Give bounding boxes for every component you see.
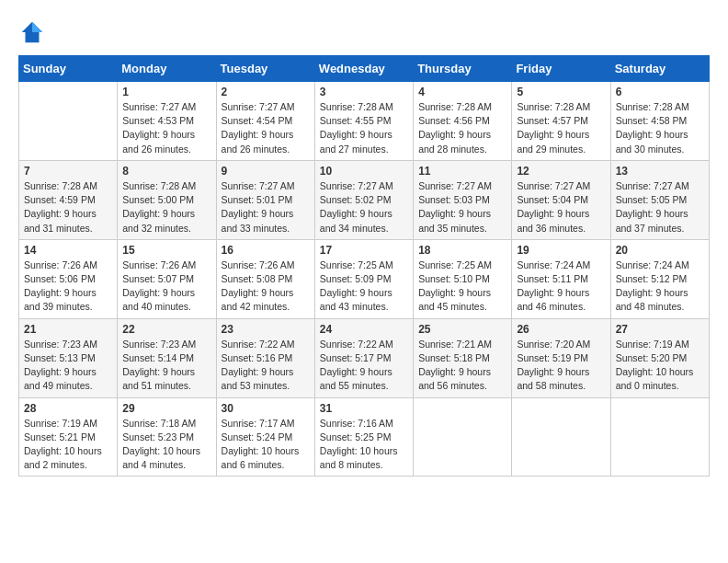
day-info: Sunrise: 7:27 AM Sunset: 4:54 PM Dayligh… — [222, 100, 310, 156]
calendar-cell — [414, 397, 512, 477]
day-number: 14 — [24, 244, 112, 257]
day-info: Sunrise: 7:16 AM Sunset: 5:25 PM Dayligh… — [320, 417, 408, 473]
calendar-cell: 7Sunrise: 7:28 AM Sunset: 4:59 PM Daylig… — [19, 160, 118, 239]
day-info: Sunrise: 7:26 AM Sunset: 5:07 PM Dayligh… — [122, 259, 210, 315]
week-row-3: 14Sunrise: 7:26 AM Sunset: 5:06 PM Dayli… — [19, 239, 710, 318]
logo-icon — [18, 18, 46, 46]
calendar-cell: 15Sunrise: 7:26 AM Sunset: 5:07 PM Dayli… — [118, 239, 216, 318]
day-number: 11 — [418, 165, 506, 178]
week-row-2: 7Sunrise: 7:28 AM Sunset: 4:59 PM Daylig… — [19, 160, 710, 239]
calendar-cell: 14Sunrise: 7:26 AM Sunset: 5:06 PM Dayli… — [19, 239, 118, 318]
day-number: 26 — [517, 323, 605, 336]
day-number: 5 — [517, 86, 605, 98]
day-info: Sunrise: 7:21 AM Sunset: 5:18 PM Dayligh… — [418, 338, 506, 394]
day-number: 31 — [320, 402, 408, 415]
calendar-cell: 31Sunrise: 7:16 AM Sunset: 5:25 PM Dayli… — [314, 397, 413, 477]
day-info: Sunrise: 7:19 AM Sunset: 5:21 PM Dayligh… — [24, 417, 112, 473]
calendar-cell: 11Sunrise: 7:27 AM Sunset: 5:03 PM Dayli… — [414, 160, 512, 239]
weekday-header-monday: Monday — [118, 56, 216, 82]
calendar-cell: 20Sunrise: 7:24 AM Sunset: 5:12 PM Dayli… — [610, 239, 709, 318]
calendar-cell: 29Sunrise: 7:18 AM Sunset: 5:23 PM Dayli… — [118, 397, 216, 477]
day-number: 22 — [122, 323, 210, 336]
logo — [18, 18, 48, 46]
calendar-cell — [19, 82, 118, 161]
day-info: Sunrise: 7:27 AM Sunset: 5:03 PM Dayligh… — [418, 179, 506, 236]
weekday-header-sunday: Sunday — [19, 56, 118, 82]
day-info: Sunrise: 7:27 AM Sunset: 4:53 PM Dayligh… — [122, 100, 210, 156]
day-info: Sunrise: 7:27 AM Sunset: 5:02 PM Dayligh… — [320, 179, 408, 236]
day-number: 29 — [122, 402, 210, 415]
day-info: Sunrise: 7:18 AM Sunset: 5:23 PM Dayligh… — [122, 417, 210, 473]
day-info: Sunrise: 7:19 AM Sunset: 5:20 PM Dayligh… — [616, 338, 704, 394]
calendar-cell — [610, 397, 709, 477]
day-number: 6 — [616, 86, 704, 98]
day-number: 9 — [222, 165, 310, 178]
day-info: Sunrise: 7:23 AM Sunset: 5:13 PM Dayligh… — [24, 338, 112, 394]
weekday-header-tuesday: Tuesday — [216, 56, 314, 82]
day-info: Sunrise: 7:20 AM Sunset: 5:19 PM Dayligh… — [517, 338, 605, 394]
day-info: Sunrise: 7:27 AM Sunset: 5:05 PM Dayligh… — [616, 179, 704, 236]
week-row-1: 1Sunrise: 7:27 AM Sunset: 4:53 PM Daylig… — [19, 82, 710, 161]
day-info: Sunrise: 7:24 AM Sunset: 5:12 PM Dayligh… — [616, 259, 704, 315]
calendar-cell: 25Sunrise: 7:21 AM Sunset: 5:18 PM Dayli… — [414, 318, 512, 397]
week-row-4: 21Sunrise: 7:23 AM Sunset: 5:13 PM Dayli… — [19, 318, 710, 397]
calendar-cell: 13Sunrise: 7:27 AM Sunset: 5:05 PM Dayli… — [610, 160, 709, 239]
weekday-header-thursday: Thursday — [414, 56, 512, 82]
day-number: 21 — [24, 323, 112, 336]
day-number: 10 — [320, 165, 408, 178]
day-info: Sunrise: 7:26 AM Sunset: 5:06 PM Dayligh… — [24, 259, 112, 315]
calendar-cell: 23Sunrise: 7:22 AM Sunset: 5:16 PM Dayli… — [216, 318, 314, 397]
day-info: Sunrise: 7:28 AM Sunset: 4:57 PM Dayligh… — [517, 100, 605, 156]
weekday-header-wednesday: Wednesday — [314, 56, 413, 82]
day-info: Sunrise: 7:27 AM Sunset: 5:04 PM Dayligh… — [517, 179, 605, 236]
calendar-cell: 22Sunrise: 7:23 AM Sunset: 5:14 PM Dayli… — [118, 318, 216, 397]
day-number: 4 — [418, 86, 506, 98]
day-info: Sunrise: 7:25 AM Sunset: 5:10 PM Dayligh… — [418, 259, 506, 315]
calendar-cell: 12Sunrise: 7:27 AM Sunset: 5:04 PM Dayli… — [512, 160, 610, 239]
day-number: 16 — [222, 244, 310, 257]
day-info: Sunrise: 7:27 AM Sunset: 5:01 PM Dayligh… — [222, 179, 310, 236]
svg-marker-1 — [32, 22, 42, 32]
calendar-cell: 6Sunrise: 7:28 AM Sunset: 4:58 PM Daylig… — [610, 82, 709, 161]
calendar-body: 1Sunrise: 7:27 AM Sunset: 4:53 PM Daylig… — [19, 82, 710, 477]
week-row-5: 28Sunrise: 7:19 AM Sunset: 5:21 PM Dayli… — [19, 397, 710, 477]
day-info: Sunrise: 7:28 AM Sunset: 4:56 PM Dayligh… — [418, 100, 506, 156]
calendar-cell: 10Sunrise: 7:27 AM Sunset: 5:02 PM Dayli… — [314, 160, 413, 239]
day-number: 3 — [320, 86, 408, 98]
calendar-cell: 16Sunrise: 7:26 AM Sunset: 5:08 PM Dayli… — [216, 239, 314, 318]
day-number: 8 — [122, 165, 210, 178]
day-number: 27 — [616, 323, 704, 336]
day-number: 28 — [24, 402, 112, 415]
day-info: Sunrise: 7:22 AM Sunset: 5:16 PM Dayligh… — [222, 338, 310, 394]
calendar-cell: 17Sunrise: 7:25 AM Sunset: 5:09 PM Dayli… — [314, 239, 413, 318]
day-number: 2 — [222, 86, 310, 98]
day-number: 23 — [222, 323, 310, 336]
day-info: Sunrise: 7:24 AM Sunset: 5:11 PM Dayligh… — [517, 259, 605, 315]
day-info: Sunrise: 7:28 AM Sunset: 4:55 PM Dayligh… — [320, 100, 408, 156]
day-info: Sunrise: 7:26 AM Sunset: 5:08 PM Dayligh… — [222, 259, 310, 315]
day-info: Sunrise: 7:28 AM Sunset: 4:58 PM Dayligh… — [616, 100, 704, 156]
calendar-cell: 27Sunrise: 7:19 AM Sunset: 5:20 PM Dayli… — [610, 318, 709, 397]
day-number: 19 — [517, 244, 605, 257]
weekday-header-friday: Friday — [512, 56, 610, 82]
calendar-cell: 8Sunrise: 7:28 AM Sunset: 5:00 PM Daylig… — [118, 160, 216, 239]
day-number: 7 — [24, 165, 112, 178]
day-number: 18 — [418, 244, 506, 257]
calendar-cell: 3Sunrise: 7:28 AM Sunset: 4:55 PM Daylig… — [314, 82, 413, 161]
calendar-cell: 24Sunrise: 7:22 AM Sunset: 5:17 PM Dayli… — [314, 318, 413, 397]
day-number: 13 — [616, 165, 704, 178]
calendar-cell: 26Sunrise: 7:20 AM Sunset: 5:19 PM Dayli… — [512, 318, 610, 397]
calendar-cell: 2Sunrise: 7:27 AM Sunset: 4:54 PM Daylig… — [216, 82, 314, 161]
calendar-cell: 9Sunrise: 7:27 AM Sunset: 5:01 PM Daylig… — [216, 160, 314, 239]
day-number: 30 — [222, 402, 310, 415]
day-info: Sunrise: 7:23 AM Sunset: 5:14 PM Dayligh… — [122, 338, 210, 394]
calendar-cell: 1Sunrise: 7:27 AM Sunset: 4:53 PM Daylig… — [118, 82, 216, 161]
weekday-header-row: SundayMondayTuesdayWednesdayThursdayFrid… — [19, 56, 710, 82]
day-number: 20 — [616, 244, 704, 257]
calendar-cell — [512, 397, 610, 477]
day-number: 25 — [418, 323, 506, 336]
calendar-cell: 5Sunrise: 7:28 AM Sunset: 4:57 PM Daylig… — [512, 82, 610, 161]
page-header — [18, 18, 710, 46]
day-info: Sunrise: 7:28 AM Sunset: 4:59 PM Dayligh… — [24, 179, 112, 236]
calendar-cell: 18Sunrise: 7:25 AM Sunset: 5:10 PM Dayli… — [414, 239, 512, 318]
